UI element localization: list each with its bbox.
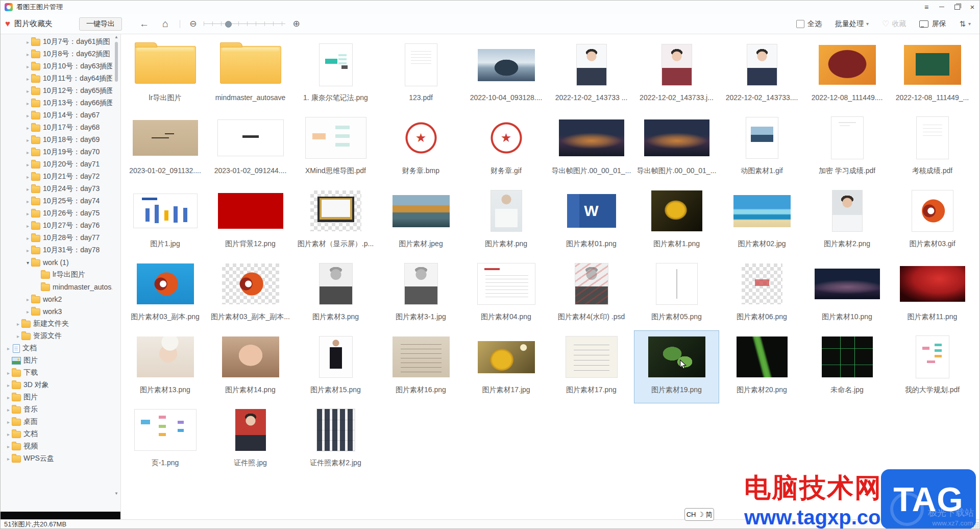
expand-arrow-icon[interactable]: ▸	[24, 235, 31, 241]
expand-arrow-icon[interactable]: ▸	[24, 150, 31, 155]
grid-item[interactable]: 图片1.jpg	[122, 184, 208, 257]
scrollbar-thumb[interactable]	[115, 42, 118, 82]
tree-item[interactable]: ▸10月20号：day71	[0, 158, 112, 171]
grid-item[interactable]: 加密 学习成绩.pdf	[804, 111, 890, 184]
scroll-up-icon[interactable]: ▲	[114, 35, 119, 40]
grid-item[interactable]: 图片素材（显示屏）.p...	[293, 184, 378, 257]
tree-item[interactable]: ▸3D 对象	[0, 379, 112, 391]
expand-arrow-icon[interactable]: ▸	[5, 456, 12, 462]
tree-item[interactable]: ▸10月14号：day67	[0, 109, 112, 122]
expand-arrow-icon[interactable]: ▸	[24, 88, 31, 94]
grid-item[interactable]: 图片素材15.png	[293, 330, 378, 403]
tree-item[interactable]: ▸10月28号：day77	[0, 232, 112, 244]
tree-item[interactable]: ▸下载	[0, 367, 112, 379]
tree-item[interactable]: ▸10月12号：day65插图	[0, 85, 112, 97]
tree-item[interactable]: ▸10月17号：day68	[0, 122, 112, 134]
grid-item[interactable]: 未命名.jpg	[804, 330, 890, 403]
tree-item[interactable]: ▸10月24号：day73	[0, 183, 112, 195]
grid-item[interactable]: 图片素材.png	[463, 184, 549, 257]
expand-arrow-icon[interactable]: ▸	[24, 186, 31, 192]
grid-item[interactable]: 2022-12-08_111449....	[804, 38, 890, 111]
grid-item[interactable]: 图片素材04.png	[463, 257, 549, 330]
grid-item[interactable]: 2022-12-02_143733 ...	[549, 38, 634, 111]
expand-arrow-icon[interactable]: ▸	[24, 113, 31, 118]
grid-item[interactable]: 图片素材19.png	[634, 330, 719, 403]
grid-item[interactable]: 图片素材1.png	[634, 184, 719, 257]
home-icon[interactable]: ⌂	[162, 18, 168, 30]
tree-item[interactable]: ▸资源文件	[0, 330, 112, 342]
tree-item[interactable]: ▸10月10号：day63插图	[0, 60, 112, 73]
tree-item[interactable]: ▸work3	[0, 305, 112, 318]
expand-arrow-icon[interactable]: ▸	[24, 297, 31, 302]
close-button[interactable]: ×	[965, 0, 980, 14]
zoom-in-icon[interactable]: ⊕	[292, 18, 300, 29]
tree-item[interactable]: ▸视频	[0, 440, 112, 452]
grid-item[interactable]: lr导出图片	[122, 38, 208, 111]
expand-arrow-icon[interactable]: ▸	[5, 431, 12, 437]
tree-item[interactable]: lr导出图片	[0, 269, 112, 281]
expand-arrow-icon[interactable]: ▸	[24, 64, 31, 69]
expand-arrow-icon[interactable]: ▸	[24, 137, 31, 143]
grid-item[interactable]: XMind思维导图.pdf	[293, 111, 378, 184]
tree-item[interactable]: ▸10月31号：day78	[0, 244, 112, 256]
grid-item[interactable]: 图片素材2.png	[804, 184, 890, 257]
collapse-arrow-icon[interactable]: ▾	[24, 260, 31, 266]
grid-item[interactable]: 图片素材10.png	[804, 257, 890, 330]
zoom-slider[interactable]	[204, 20, 285, 28]
tree-item[interactable]: 图片	[0, 354, 112, 367]
expand-arrow-icon[interactable]: ▸	[5, 419, 12, 425]
grid-item[interactable]: 2022-12-02_143733.j...	[634, 38, 719, 111]
grid-item[interactable]: 图片素材11.png	[890, 257, 975, 330]
grid-item[interactable]: 图片素材20.png	[719, 330, 804, 403]
expand-arrow-icon[interactable]: ▸	[24, 199, 31, 204]
tree-item[interactable]: ▸新建文件夹	[0, 318, 112, 330]
grid-item[interactable]: 我的大学规划.pdf	[890, 330, 975, 403]
expand-arrow-icon[interactable]: ▸	[24, 162, 31, 167]
tree-item[interactable]: ▾work (1)	[0, 256, 112, 269]
grid-item[interactable]: 2023-01-02_091132....	[122, 111, 208, 184]
grid-item[interactable]: 123.pdf	[378, 38, 463, 111]
menu-icon[interactable]: ≡	[919, 0, 934, 14]
grid-item[interactable]: 图片背景12.png	[208, 184, 293, 257]
grid-item[interactable]: 图片素材3-1.jpg	[378, 257, 463, 330]
grid-item[interactable]: 图片素材02.jpg	[719, 184, 804, 257]
sort-button[interactable]: ⇅ ▾	[959, 19, 971, 29]
grid-item[interactable]: 2023-01-02_091244....	[208, 111, 293, 184]
tree-item[interactable]: mindmaster_autos...	[0, 281, 112, 293]
tree-item[interactable]: ▸10月19号：day70	[0, 146, 112, 158]
grid-item[interactable]: 证件照.jpg	[208, 403, 293, 476]
ime-language-badge[interactable]: CH ☽ 简	[684, 508, 714, 521]
expand-arrow-icon[interactable]: ▸	[24, 101, 31, 106]
grid-item[interactable]: ★财务章.bmp	[378, 111, 463, 184]
expand-arrow-icon[interactable]: ▸	[5, 370, 12, 376]
tree-item[interactable]: ▸图片	[0, 391, 112, 403]
expand-arrow-icon[interactable]: ▸	[5, 395, 12, 400]
grid-item[interactable]: 2022-12-02_143733....	[719, 38, 804, 111]
select-all-control[interactable]: 全选	[796, 19, 822, 29]
grid-item[interactable]: 图片素材14.png	[208, 330, 293, 403]
expand-arrow-icon[interactable]: ▸	[24, 211, 31, 217]
expand-arrow-icon[interactable]: ▸	[5, 346, 12, 351]
grid-item[interactable]: 1. 康奈尔笔记法.png	[293, 38, 378, 111]
grid-item[interactable]: 导出帧图片.00_00_01_...	[634, 111, 719, 184]
tree-item[interactable]: ▸桌面	[0, 416, 112, 428]
select-all-checkbox[interactable]	[796, 20, 804, 28]
tree-item[interactable]: ▸音乐	[0, 403, 112, 416]
sidebar-scrollbar[interactable]: ▲ ▼	[114, 35, 119, 496]
scroll-down-icon[interactable]: ▼	[114, 491, 119, 496]
expand-arrow-icon[interactable]: ▸	[24, 39, 31, 45]
batch-process-button[interactable]: 批量处理 ▾	[835, 19, 869, 29]
grid-item[interactable]: 图片素材03_副本_副本...	[208, 257, 293, 330]
grid-item[interactable]: 图片素材17.png	[549, 330, 634, 403]
grid-item[interactable]: 图片素材16.png	[378, 330, 463, 403]
grid-item[interactable]: W图片素材01.png	[549, 184, 634, 257]
grid-item[interactable]: 图片素材06.png	[719, 257, 804, 330]
grid-item[interactable]: 图片素材4(水印) .psd	[549, 257, 634, 330]
grid-item[interactable]: 图片素材3.png	[293, 257, 378, 330]
zoom-slider-handle[interactable]	[225, 21, 232, 28]
tree-item[interactable]: ▸文档	[0, 342, 112, 354]
tree-item[interactable]: ▸WPS云盘	[0, 452, 112, 465]
expand-arrow-icon[interactable]: ▸	[15, 333, 21, 339]
minimize-button[interactable]	[934, 0, 949, 14]
grid-item[interactable]: 动图素材1.gif	[719, 111, 804, 184]
